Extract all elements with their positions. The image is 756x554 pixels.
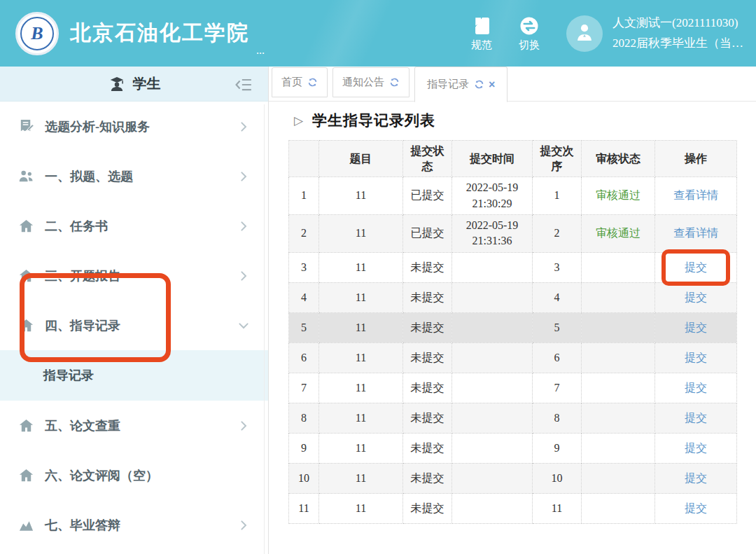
submit-link[interactable]: 提交 [685,352,707,363]
cell-time [452,282,533,312]
refresh-icon[interactable] [389,77,400,88]
chevron-down-icon [237,319,250,332]
cell-action: 提交 [655,463,737,493]
standards-button[interactable]: 规范 [471,15,492,52]
tab-2[interactable]: 指导记录× [414,67,507,102]
tab-1[interactable]: 通知公告 [332,67,410,97]
row-number: 9 [289,433,319,463]
tab-0[interactable]: 首页 [272,67,328,97]
submit-link[interactable]: 提交 [685,472,707,484]
sidebar-item-label: 一、拟题、选题 [45,168,133,185]
sidebar-item-1[interactable]: 一、拟题、选题 [0,151,268,201]
sidebar-role-label: 学生 [133,74,161,93]
submit-link[interactable]: 提交 [685,412,707,424]
cell-title: 11 [319,403,403,433]
student-role-icon [108,75,126,93]
cell-title: 11 [319,342,403,373]
switch-role-button[interactable]: 切换 [519,15,540,52]
sidebar-item-8[interactable]: 七、毕业答辩 [0,500,268,550]
guidance-record-table: 题目提交状态提交时间提交次序审核状态操作 111已提交2022-05-19 21… [288,140,737,524]
cell-status: 未提交 [403,493,452,523]
submit-link[interactable]: 提交 [685,502,707,514]
sidebar-item-label: 选题分析-知识服务 [45,118,150,135]
row-number: 7 [289,373,319,403]
page-title: ▷ 学生指导记录列表 [294,111,756,130]
view-detail-link[interactable]: 查看详情 [673,189,718,201]
sidebar-item-label: 七、毕业答辩 [45,517,120,534]
table-row: 711未提交7提交 [289,373,737,403]
sidebar-subitem-5[interactable]: 指导记录 [0,350,268,401]
cell-status: 已提交 [403,177,452,215]
refresh-icon[interactable] [474,79,484,90]
table-row: 511未提交5提交 [289,312,737,342]
top-header: B 北京石油化工学院 ... 规范 切换 人文测试一(2021111030) 2… [0,0,756,67]
user-name: 人文测试一(2021111030) [612,13,743,33]
column-header: 提交时间 [452,141,533,177]
sidebar-collapse-icon[interactable] [234,76,253,94]
cell-review-status [582,463,655,493]
cell-time [452,252,533,282]
submit-link[interactable]: 提交 [685,442,707,454]
row-number: 1 [289,177,319,215]
column-header: 题目 [319,141,403,177]
cell-status: 未提交 [403,433,452,463]
sidebar-item-3[interactable]: 三、开题报告 [0,251,268,300]
cell-order: 11 [533,493,582,523]
cell-status: 未提交 [403,252,452,282]
table-header-row: 题目提交状态提交时间提交次序审核状态操作 [289,141,737,177]
home-icon [18,218,34,234]
submit-link[interactable]: 提交 [685,291,707,303]
triangle-marker-icon: ▷ [294,113,303,127]
sidebar-item-4[interactable]: 四、指导记录 [0,300,268,350]
cell-review-status [582,252,655,282]
cell-action: 提交 [655,312,737,342]
sidebar-item-0[interactable]: 选题分析-知识服务 [0,102,268,151]
row-number: 3 [289,252,319,282]
cell-order: 4 [533,282,582,312]
title-suffix: ... [256,44,265,67]
cell-action: 提交 [655,373,737,403]
tab-label: 指导记录 [427,78,469,91]
table-row: 411未提交4提交 [289,282,737,312]
sidebar-item-7[interactable]: 六、论文评阅（空） [0,450,268,500]
chevron-right-icon [237,270,250,282]
refresh-icon[interactable] [307,77,318,88]
cell-action: 提交 [655,282,737,312]
column-header: 提交次序 [533,141,582,177]
school-logo-emblem: B [20,17,54,50]
cell-review-status [582,282,655,312]
cell-status: 未提交 [403,373,452,403]
home-icon [18,317,34,333]
main-area: 首页通知公告指导记录× ▷ 学生指导记录列表 题目提交状态提交时间提交次序审核状… [269,67,756,554]
sidebar-item-2[interactable]: 二、任务书 [0,201,268,251]
sidebar-item-6[interactable]: 五、论文查重 [0,401,268,450]
close-icon[interactable]: × [489,79,495,90]
row-number: 11 [289,493,319,523]
school-logo: B [15,12,59,55]
people-icon [18,168,34,184]
table-body: 111已提交2022-05-19 21:30:291审核通过查看详情211已提交… [289,177,737,524]
cell-time [452,433,533,463]
sidebar-item-label: 四、指导记录 [45,317,120,334]
user-avatar[interactable] [566,15,603,52]
school-name: 北京石油化工学院 [70,19,249,48]
cell-title: 11 [319,373,403,403]
submit-link[interactable]: 提交 [685,382,707,394]
table-row: 311未提交3提交 [289,252,737,282]
tab-bar: 首页通知公告指导记录× [269,67,756,102]
table-row: 111已提交2022-05-19 21:30:291审核通过查看详情 [289,177,737,215]
doc-icon [18,118,34,134]
submit-link[interactable]: 提交 [685,261,707,273]
cell-title: 11 [319,282,403,312]
sidebar-item-label: 三、开题报告 [45,268,120,284]
cell-review-status [582,493,655,523]
book-icon [471,15,492,36]
row-number: 4 [289,282,319,312]
column-header: 操作 [655,141,737,177]
cell-order: 6 [533,342,582,373]
cell-order: 8 [533,403,582,433]
submit-link[interactable]: 提交 [685,321,707,333]
cell-action: 提交 [655,493,737,523]
view-detail-link[interactable]: 查看详情 [673,227,718,239]
cell-review-status [582,312,655,342]
